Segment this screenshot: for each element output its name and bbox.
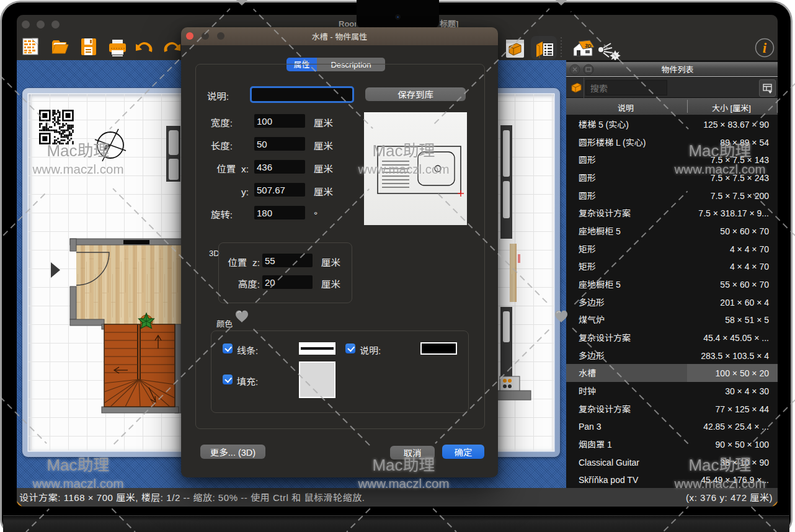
svg-text:3D: 3D <box>585 42 592 49</box>
svg-text:i: i <box>763 40 767 56</box>
